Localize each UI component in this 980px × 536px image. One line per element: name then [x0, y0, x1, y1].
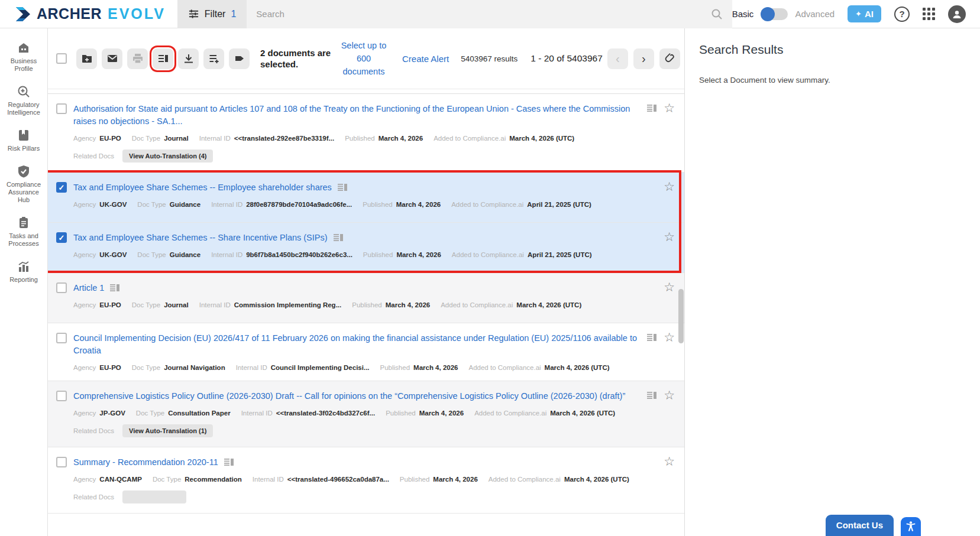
- published-value: March 4, 2026: [379, 135, 423, 142]
- favorite-star-icon[interactable]: ☆: [664, 331, 675, 343]
- agency-value: EU-PO: [99, 364, 121, 371]
- sidebar-item-business-profile[interactable]: Business Profile: [0, 41, 47, 73]
- email-button[interactable]: [102, 48, 122, 69]
- doc-summary-icon[interactable]: [224, 458, 234, 466]
- related-docs-row: Related Docs View Auto-Translation (4): [73, 150, 643, 163]
- next-page-button[interactable]: ›: [633, 48, 654, 69]
- auto-translation-badge[interactable]: View Auto-Translation (1): [122, 424, 213, 437]
- row-checkbox[interactable]: [56, 391, 67, 401]
- add-to-list-button[interactable]: [203, 48, 224, 69]
- contact-us-button[interactable]: Contact Us: [826, 515, 894, 536]
- row-checkbox[interactable]: ✓: [56, 182, 67, 193]
- app-logo[interactable]: ARCHER EVOLV: [0, 5, 177, 22]
- row-checkbox[interactable]: [56, 103, 67, 114]
- mode-advanced-label[interactable]: Advanced: [795, 9, 835, 19]
- search-icon[interactable]: [711, 8, 723, 20]
- top-header: ARCHER EVOLV Filter 1 Basic Advanced: [0, 0, 980, 28]
- select-up-to-link[interactable]: Select up to 600 documents: [337, 39, 390, 78]
- internal-id-value: <<translated-496652ca0da87a...: [287, 476, 389, 483]
- document-row: ✓ Tax and Employee Share Schemes -- Empl…: [48, 173, 684, 223]
- results-count: 5403967 results: [461, 54, 518, 63]
- doc-summary-icon[interactable]: [338, 183, 347, 191]
- document-title-link[interactable]: Council Implementing Decision (EU) 2026/…: [73, 333, 637, 355]
- help-icon: ?: [899, 9, 904, 19]
- sidebar-item-regulatory-intelligence[interactable]: Regulatory Intelligence: [0, 85, 47, 116]
- internal-id-value: Commission Implementing Reg...: [234, 301, 341, 308]
- tag-icon: [234, 53, 245, 64]
- summary-view-button[interactable]: [153, 48, 173, 69]
- print-button[interactable]: [127, 48, 148, 69]
- row-checkbox[interactable]: [56, 457, 67, 467]
- filter-label: Filter: [205, 9, 226, 20]
- favorite-star-icon[interactable]: ☆: [664, 230, 675, 243]
- favorite-star-icon[interactable]: ☆: [664, 455, 675, 467]
- agency-value: UK-GOV: [99, 251, 127, 258]
- add-to-folder-button[interactable]: [76, 48, 97, 69]
- auto-translation-badge[interactable]: [122, 490, 186, 503]
- published-value: March 4, 2026: [396, 201, 441, 208]
- document-title-link[interactable]: Authorisation for State aid pursuant to …: [73, 104, 630, 126]
- user-avatar[interactable]: [948, 5, 966, 23]
- scrollbar-thumb[interactable]: [678, 289, 684, 343]
- document-title-link[interactable]: Summary - Recommendation 2020-11: [73, 457, 234, 467]
- favorite-star-icon[interactable]: ☆: [664, 281, 675, 293]
- added-value: March 4, 2026 (UTC): [509, 135, 574, 142]
- document-meta: AgencyCAN-QCAMP Doc TypeRecommendation I…: [73, 476, 643, 483]
- toggle-knob: [761, 7, 775, 21]
- auto-translation-badge[interactable]: View Auto-Translation (4): [122, 150, 213, 163]
- doc-summary-icon[interactable]: [647, 391, 656, 399]
- row-checkbox[interactable]: ✓: [56, 232, 67, 243]
- list-scrollbar[interactable]: [677, 95, 684, 536]
- document-title-link[interactable]: Tax and Employee Share Schemes -- Share …: [73, 233, 343, 242]
- document-title-link[interactable]: Article 1: [73, 283, 119, 293]
- tag-button[interactable]: [229, 48, 250, 69]
- doc-summary-icon[interactable]: [647, 333, 656, 342]
- published-value: March 4, 2026: [433, 476, 477, 483]
- document-row: Summary - Recommendation 2020-11 ☆ Agenc…: [48, 447, 684, 514]
- favorite-star-icon[interactable]: ☆: [664, 389, 675, 401]
- add-to-folder-icon: [82, 53, 92, 64]
- select-all-checkbox[interactable]: [56, 53, 67, 64]
- download-button[interactable]: [178, 48, 199, 69]
- document-row: Council Implementing Decision (EU) 2026/…: [48, 323, 684, 381]
- app-launcher-button[interactable]: [923, 8, 935, 20]
- mode-toggle-switch[interactable]: [761, 8, 788, 20]
- ai-button[interactable]: ✦ AI: [848, 5, 881, 22]
- doc-summary-icon[interactable]: [334, 233, 343, 242]
- previous-page-button[interactable]: ‹: [607, 48, 628, 69]
- user-icon: [952, 9, 962, 20]
- help-button[interactable]: ?: [894, 7, 910, 22]
- document-meta: AgencyEU-PO Doc TypeJournal Internal IDC…: [73, 301, 643, 308]
- favorite-star-icon[interactable]: ☆: [664, 102, 675, 114]
- row-checkbox[interactable]: [56, 282, 67, 293]
- document-row: ✓ Tax and Employee Share Schemes -- Shar…: [48, 223, 684, 273]
- sidebar-item-reporting[interactable]: Reporting: [0, 260, 47, 284]
- document-meta: AgencyEU-PO Doc TypeJournal Navigation I…: [73, 364, 643, 371]
- create-alert-link[interactable]: Create Alert: [402, 54, 449, 64]
- related-docs-row: Related Docs View Auto-Translation (1): [73, 424, 643, 437]
- favorite-star-icon[interactable]: ☆: [664, 180, 675, 193]
- doc-summary-icon[interactable]: [647, 104, 656, 112]
- filter-count-badge: 1: [231, 9, 236, 20]
- document-title-link[interactable]: Comprehensive Logistics Policy Outline (…: [73, 391, 625, 401]
- search-input[interactable]: [256, 9, 710, 19]
- internal-id-value: 9b6f7b8a1450bc2f940b262e6c3...: [246, 251, 352, 258]
- published-value: March 4, 2026: [413, 364, 458, 371]
- sidebar-label: Risk Pillars: [8, 145, 40, 152]
- link-button[interactable]: [659, 48, 680, 69]
- row-right-actions: ☆: [641, 389, 675, 401]
- doc-summary-icon[interactable]: [110, 284, 119, 292]
- sidebar-label: Regulatory Intelligence: [2, 101, 46, 116]
- header-actions: Basic Advanced ✦ AI ?: [732, 5, 980, 23]
- sidebar-label: Tasks and Processes: [2, 232, 46, 248]
- document-meta: AgencyJP-GOV Doc TypeConsultation Paper …: [73, 410, 643, 417]
- document-title-link[interactable]: Tax and Employee Share Schemes -- Employ…: [73, 183, 347, 192]
- sidebar-item-risk-pillars[interactable]: Risk Pillars: [0, 129, 47, 152]
- agency-value: EU-PO: [99, 301, 121, 308]
- sidebar-item-compliance-assurance-hub[interactable]: Compliance Assurance Hub: [0, 165, 47, 204]
- filter-button[interactable]: Filter 1: [177, 0, 247, 28]
- accessibility-button[interactable]: [901, 517, 921, 536]
- row-checkbox[interactable]: [56, 333, 67, 343]
- mode-basic-label[interactable]: Basic: [732, 9, 754, 19]
- sidebar-item-tasks-and-processes[interactable]: Tasks and Processes: [0, 216, 47, 248]
